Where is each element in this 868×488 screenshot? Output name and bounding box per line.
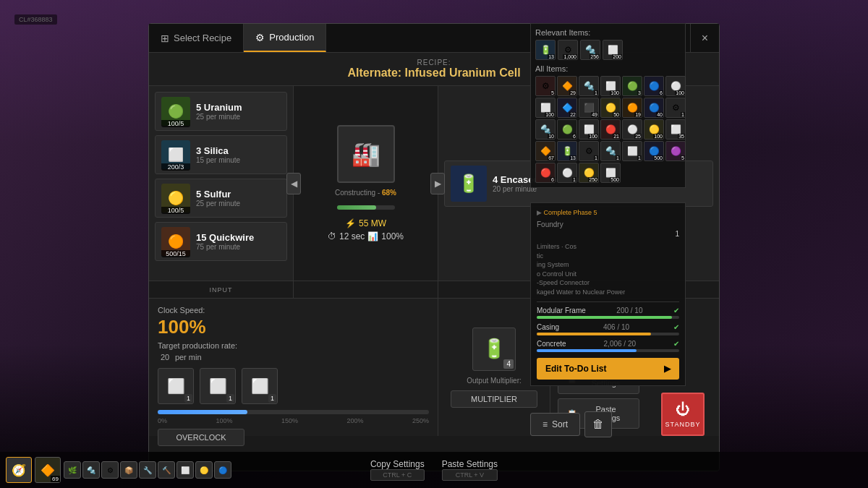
player-item-1[interactable]: 🧭 — [6, 457, 32, 483]
all-item[interactable]: ⬜1 — [622, 141, 642, 161]
output-mult-icon[interactable]: 🔋 4 — [472, 328, 516, 371]
paste-hint: Paste Settings CTRL + V — [442, 459, 498, 481]
uranium-icon: 🟢 100/5 — [161, 97, 190, 126]
all-item[interactable]: 🟣5 — [665, 141, 686, 161]
all-item[interactable]: ⚪25 — [622, 119, 642, 140]
mult-icon-3[interactable]: ⬜ 1 — [242, 368, 278, 404]
prod-item-2-row: Casing 406 / 10 ✔ — [537, 323, 679, 335]
all-item[interactable]: 🔶29 — [557, 76, 577, 96]
all-item[interactable]: 🟢6 — [557, 119, 577, 140]
mult-icon-2[interactable]: ⬜ 1 — [200, 368, 236, 404]
delete-button[interactable]: 🗑 — [584, 411, 612, 437]
next-recipe-button[interactable]: ▶ — [430, 173, 445, 194]
dialog-close-button[interactable]: × — [690, 24, 719, 52]
all-item[interactable]: 🟡50 — [600, 98, 621, 118]
all-item[interactable]: ⬜100 — [600, 76, 621, 96]
prod-item-2-value: 406 / 10 — [603, 323, 629, 331]
relevant-items-title: Relevant Items: — [535, 28, 681, 37]
all-item[interactable]: 🟡250 — [579, 163, 599, 183]
hotbar-slot[interactable]: 🔩 — [82, 461, 100, 479]
machine-panel: ◀ 🏭 Constructing - 68% ⚡ 55 MW ⏱ 12 sec … — [294, 86, 438, 281]
all-item[interactable]: 🔩1 — [600, 141, 621, 161]
hotbar-slot[interactable]: 🟡 — [195, 461, 213, 479]
build-id: CL#368883 — [14, 14, 57, 25]
all-item[interactable]: 🔩1 — [579, 76, 599, 96]
all-item[interactable]: ⬜100 — [535, 98, 556, 118]
target-rate-label: Target production rate: — [158, 341, 429, 350]
clock-speed-section: Clock Speed: 100% Target production rate… — [149, 299, 438, 436]
player-item-2[interactable]: 🔶 69 — [35, 457, 61, 483]
all-item[interactable]: 🔵40 — [644, 98, 664, 118]
clock-slider-fill — [158, 410, 247, 414]
factory-type: Foundry — [537, 221, 679, 228]
relevant-item-4[interactable]: ⬜ 200 — [603, 40, 623, 60]
all-item[interactable]: ⬜35 — [665, 119, 686, 140]
overclock-button[interactable]: OVERCLOCK — [158, 429, 244, 446]
all-item[interactable]: ⬛49 — [579, 98, 599, 118]
tab-select-recipe[interactable]: ⊞ Select Recipe — [149, 24, 244, 52]
all-item[interactable]: ⚪100 — [665, 76, 686, 96]
machine-progress-fill — [337, 205, 376, 210]
edit-todo-button[interactable]: Edit To-Do List ▶ — [537, 358, 679, 380]
all-item[interactable]: ⚪1 — [557, 163, 577, 183]
standby-button[interactable]: ⏻ STANDBY — [661, 393, 705, 436]
hotbar-slot[interactable]: 🔵 — [214, 461, 231, 479]
prev-recipe-button[interactable]: ◀ — [286, 173, 301, 194]
all-item[interactable]: 🟠19 — [622, 98, 642, 118]
all-item[interactable]: 🔩10 — [535, 119, 556, 140]
hotbar-slot[interactable]: 🔨 — [158, 461, 175, 479]
copy-hint: Copy Settings CTRL + C — [370, 459, 425, 481]
all-item[interactable]: ⚙1 — [579, 141, 599, 161]
prod-item-3-label-row: Concrete 2,006 / 20 ✔ — [537, 340, 679, 348]
ingredient-uranium: 🟢 100/5 5 Uranium 25 per minute — [155, 92, 287, 131]
tab-select-recipe-label: Select Recipe — [174, 33, 231, 43]
hotbar-slot[interactable]: ⚙ — [101, 461, 119, 479]
sort-button[interactable]: ≡ Sort — [530, 413, 580, 436]
prod-item-3-name: Concrete — [537, 340, 566, 348]
ingredient-quickwire: 🟠 500/15 15 Quickwire 75 per minute — [155, 222, 287, 261]
input-panel: 🟢 100/5 5 Uranium 25 per minute ⬜ 200/3 … — [149, 86, 294, 281]
sulfur-badge: 100/5 — [161, 207, 190, 214]
tab-production-label: Production — [269, 32, 314, 43]
quickwire-icon: 🟠 500/15 — [161, 227, 190, 256]
multiplier-button[interactable]: MULTIPLIER — [451, 390, 537, 408]
hotbar-slot[interactable]: 📦 — [120, 461, 137, 479]
all-item[interactable]: 🔵6 — [644, 76, 664, 96]
hotbar-slot[interactable]: 🌿 — [64, 461, 81, 479]
hotbar-slot[interactable]: 🔧 — [139, 461, 156, 479]
hotbar-slot[interactable]: ⬜ — [176, 461, 194, 479]
all-item[interactable]: ⚙5 — [535, 76, 556, 96]
all-item[interactable]: 🔴21 — [600, 119, 621, 140]
production-tab-icon: ⚙ — [255, 32, 265, 43]
output-mult-badge: 4 — [503, 359, 514, 369]
all-item[interactable]: 🟢3 — [622, 76, 642, 96]
relevant-item-1[interactable]: 🔋 13 — [535, 40, 556, 60]
prod-item-1-value: 200 / 10 — [616, 307, 642, 314]
sort-icon: ≡ — [542, 419, 548, 429]
all-items-title: All Items: — [535, 64, 681, 73]
relevant-item-2[interactable]: ⚙ 1,000 — [558, 40, 578, 60]
all-item[interactable]: 🔋13 — [557, 141, 577, 161]
all-item[interactable]: 🔶67 — [535, 141, 556, 161]
multiplier-icons-row: ⬜ 1 ⬜ 1 ⬜ 1 — [158, 368, 429, 404]
all-item[interactable]: 🔴6 — [535, 163, 556, 183]
all-item[interactable]: 🟡100 — [644, 119, 664, 140]
tab-production[interactable]: ⚙ Production — [244, 24, 326, 52]
all-item[interactable]: ⬜100 — [579, 119, 599, 140]
uranium-name: 5 Uranium — [196, 102, 281, 113]
lightning-icon: ⚡ — [345, 218, 356, 228]
prod-bar-fill-1 — [537, 316, 672, 319]
production-info-panel: ▶ Complete Phase 5 Foundry 1 Limiters · … — [530, 202, 686, 386]
time-stat: ⏱ 12 sec 📊 100% — [328, 231, 404, 241]
relevant-item-3[interactable]: 🔩 256 — [580, 40, 600, 60]
all-item[interactable]: 🔷22 — [557, 98, 577, 118]
all-item[interactable]: 🔵500 — [644, 141, 664, 161]
objective-label: ▶ Complete Phase 5 — [537, 209, 679, 216]
sort-delete-row: ≡ Sort 🗑 — [530, 411, 612, 437]
prod-item-2-label-row: Casing 406 / 10 ✔ — [537, 323, 679, 331]
all-item[interactable]: ⚙1 — [665, 98, 686, 118]
prod-bar-2 — [537, 333, 679, 335]
clock-slider-track[interactable] — [158, 410, 429, 414]
mult-icon-1[interactable]: ⬜ 1 — [158, 368, 194, 404]
all-item[interactable]: ⬜500 — [600, 163, 621, 183]
